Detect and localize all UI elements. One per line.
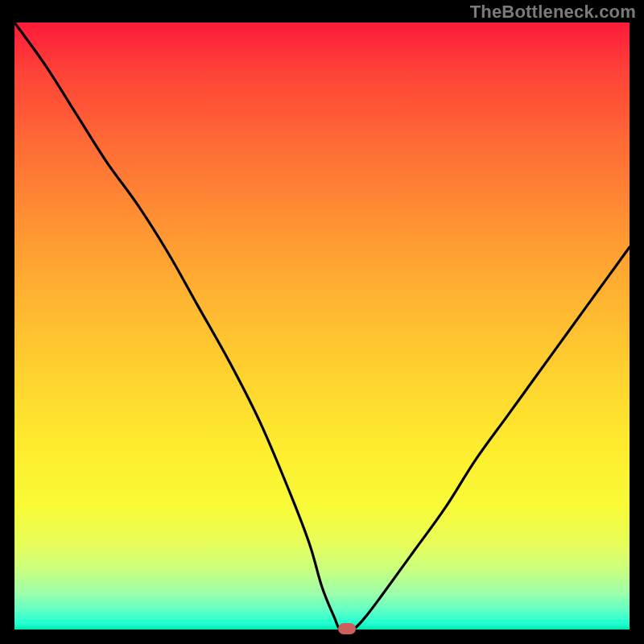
bottleneck-marker — [338, 623, 356, 634]
chart-frame: TheBottleneck.com — [0, 0, 644, 644]
bottleneck-curve — [14, 23, 630, 630]
curve-path — [14, 23, 630, 630]
watermark-text: TheBottleneck.com — [470, 2, 636, 23]
